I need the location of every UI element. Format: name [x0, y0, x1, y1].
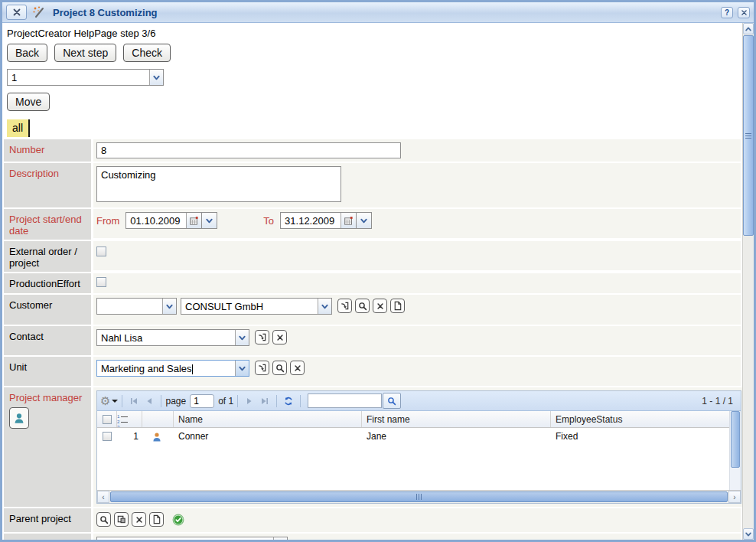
clear-parent-button[interactable]: [132, 512, 146, 527]
close-icon: [741, 9, 748, 16]
next-page-icon: [245, 397, 254, 406]
clear-unit-button[interactable]: [290, 361, 305, 375]
prev-page-icon: [145, 397, 154, 406]
contact-label: Contact: [4, 326, 91, 355]
row-description: Description Customizing: [4, 163, 741, 207]
description-textarea[interactable]: Customizing: [96, 166, 341, 202]
window-scrollbar-thumb[interactable]: [743, 35, 754, 236]
next-page-button[interactable]: [242, 393, 257, 409]
priority-value: [97, 537, 273, 540]
paste-parent-button[interactable]: [114, 512, 129, 527]
calendar-button[interactable]: [341, 213, 356, 228]
external-order-label: External order / project: [4, 241, 91, 272]
grid-vertical-scrollbar[interactable]: [729, 411, 741, 490]
external-order-checkbox[interactable]: [96, 247, 106, 256]
page-number-input[interactable]: [190, 394, 214, 408]
back-button[interactable]: Back: [7, 44, 47, 62]
gear-icon[interactable]: ⚙: [100, 395, 110, 406]
next-step-button[interactable]: Next step: [54, 44, 116, 62]
production-effort-checkbox[interactable]: [96, 277, 106, 287]
clear-icon: [276, 334, 284, 341]
row-external-order: External order / project: [4, 241, 741, 272]
person-icon: [152, 432, 162, 442]
number-input[interactable]: [96, 142, 401, 158]
window-vertical-scrollbar[interactable]: [742, 23, 754, 540]
priority-select[interactable]: [96, 537, 288, 540]
close-window-button[interactable]: [6, 5, 27, 20]
project-manager-label: Project manager: [4, 387, 91, 507]
help-button[interactable]: ?: [721, 7, 733, 18]
gear-menu-caret-icon[interactable]: [112, 400, 118, 403]
row-number-header[interactable]: 1 2 3: [117, 411, 142, 427]
window-title: Project 8 Customizing: [51, 7, 158, 18]
unit-select[interactable]: Marketing and Sales: [96, 360, 249, 377]
dropdown-trigger[interactable]: [235, 361, 249, 376]
scroll-down-button[interactable]: [743, 528, 754, 540]
new-customer-button[interactable]: [390, 299, 405, 313]
date-to-dropdown-trigger[interactable]: [357, 212, 372, 229]
calendar-icon: [189, 216, 199, 226]
column-header-first-name[interactable]: First name: [362, 411, 551, 427]
search-parent-button[interactable]: [96, 512, 111, 527]
search-unit-button[interactable]: [272, 361, 287, 375]
date-from-field: [125, 212, 202, 229]
date-to-input[interactable]: [281, 213, 341, 228]
contact-select[interactable]: Nahl Lisa: [96, 329, 249, 346]
move-target-select[interactable]: 1: [7, 69, 164, 86]
grid-horizontal-scrollbar[interactable]: ‹ ›: [97, 490, 741, 503]
select-all-checkbox[interactable]: [103, 415, 112, 424]
customer-select[interactable]: CONSULT GmbH: [181, 298, 332, 315]
chevron-down-icon: [152, 73, 161, 82]
dropdown-trigger[interactable]: [273, 537, 287, 540]
new-document-icon: [393, 301, 402, 311]
column-header-employee-status[interactable]: EmployeeStatus: [551, 411, 731, 427]
date-from-input[interactable]: [126, 213, 186, 228]
clear-icon: [376, 302, 384, 310]
search-icon: [275, 364, 285, 373]
scroll-left-button[interactable]: ‹: [97, 491, 109, 503]
calendar-button[interactable]: [186, 213, 201, 228]
chevron-down-icon: [165, 302, 174, 311]
new-parent-button[interactable]: [149, 512, 164, 527]
search-customer-button[interactable]: [355, 299, 370, 313]
dropdown-trigger[interactable]: [162, 299, 176, 314]
row-checkbox[interactable]: [103, 432, 112, 441]
dropdown-trigger[interactable]: [235, 330, 249, 345]
grid-vertical-scrollbar-thumb[interactable]: [731, 411, 740, 468]
row-priority: Priority: [4, 534, 741, 540]
dropdown-trigger[interactable]: [149, 70, 163, 85]
customer-type-select[interactable]: [96, 298, 177, 315]
scroll-right-button[interactable]: ›: [728, 491, 741, 503]
confirm-button[interactable]: [171, 512, 185, 527]
select-person-button[interactable]: [9, 407, 29, 429]
close-button[interactable]: [738, 7, 750, 18]
prev-page-button[interactable]: [142, 393, 157, 409]
move-button[interactable]: Move: [7, 93, 50, 111]
row-unit: Unit Marketing and Sales: [4, 357, 741, 386]
clear-customer-button[interactable]: [373, 299, 387, 313]
grid-search-button[interactable]: [383, 393, 401, 409]
table-row[interactable]: 1 Conner Jane Fixed: [97, 428, 729, 445]
last-page-button[interactable]: [257, 393, 272, 409]
date-from-dropdown-trigger[interactable]: [202, 212, 217, 229]
check-button[interactable]: Check: [123, 44, 171, 62]
grid-horizontal-scrollbar-thumb[interactable]: [110, 491, 728, 502]
description-label: Description: [4, 163, 91, 207]
row-number-cell: 1: [117, 428, 142, 445]
grid-search: [308, 393, 401, 409]
scroll-up-button[interactable]: [743, 23, 754, 34]
parent-project-label: Parent project: [4, 508, 91, 532]
date-to-field: [280, 212, 357, 229]
goto-unit-button[interactable]: [255, 361, 269, 375]
tab-all[interactable]: all: [7, 119, 30, 137]
column-header-name[interactable]: Name: [174, 411, 362, 427]
clear-contact-button[interactable]: [272, 330, 287, 344]
goto-contact-button[interactable]: [255, 330, 269, 344]
first-page-button[interactable]: [126, 393, 142, 409]
icon-column-header[interactable]: [142, 411, 174, 427]
grid-search-input[interactable]: [308, 393, 382, 408]
goto-customer-button[interactable]: [337, 299, 352, 313]
move-target-value: 1: [8, 70, 149, 85]
refresh-button[interactable]: [281, 393, 296, 409]
dropdown-trigger[interactable]: [318, 299, 331, 314]
